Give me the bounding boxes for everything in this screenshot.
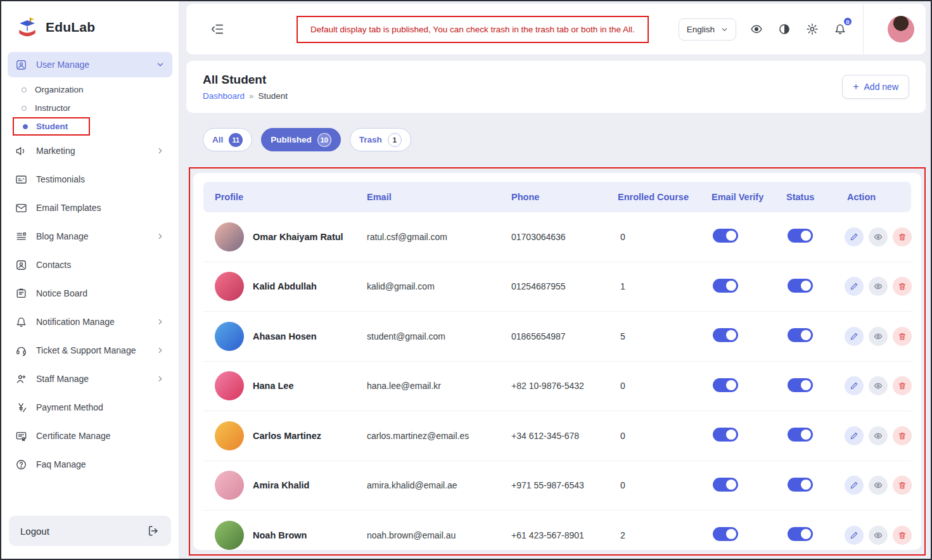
email-verify-toggle[interactable] [713, 328, 738, 342]
tab-label: All [212, 135, 223, 144]
email-verify-toggle[interactable] [713, 378, 738, 392]
delete-button[interactable] [893, 426, 912, 445]
sidebar-item-certificate-manage[interactable]: Certificate Manage [8, 423, 172, 449]
table-header-row: Profile Email Phone Enrolled Course Emai… [203, 182, 911, 212]
status-toggle[interactable] [788, 428, 813, 442]
view-button[interactable] [869, 277, 888, 296]
edit-button[interactable] [845, 426, 864, 445]
email-verify-cell [700, 378, 775, 394]
delete-button[interactable] [893, 277, 912, 296]
sidebar-item-marketing[interactable]: Marketing [8, 138, 172, 163]
view-button[interactable] [869, 327, 888, 346]
status-toggle[interactable] [788, 328, 813, 342]
logout-button[interactable]: Logout [9, 516, 171, 546]
view-button[interactable] [869, 476, 888, 495]
view-button[interactable] [869, 426, 888, 445]
user-avatar[interactable] [888, 16, 914, 42]
gear-icon [806, 23, 819, 35]
view-button[interactable] [869, 227, 888, 246]
profile-cell: Ahasan Hosen [203, 322, 355, 351]
visibility-button[interactable] [749, 22, 764, 37]
sidebar-item-label: Organization [35, 85, 84, 94]
chevron-down-icon [721, 26, 728, 33]
edit-button[interactable] [845, 526, 864, 545]
sidebar-item-email-templates[interactable]: Email Templates [8, 195, 172, 220]
theme-toggle-button[interactable] [777, 22, 792, 37]
tab-trash[interactable]: Trash 1 [350, 128, 411, 151]
sidebar-collapse-icon[interactable] [210, 22, 224, 36]
sidebar-item-notification-manage[interactable]: Notification Manage [8, 309, 172, 334]
sidebar-item-label: Blog Manage [36, 231, 89, 241]
sidebar-item-label: Certificate Manage [36, 431, 111, 441]
edit-button[interactable] [845, 476, 864, 495]
sidebar-item-contacts[interactable]: Contacts [8, 252, 172, 277]
user-manage-icon [15, 59, 27, 71]
sidebar-item-testimonials[interactable]: Testimonials [8, 167, 172, 192]
sidebar-item-student[interactable]: Student [13, 117, 90, 136]
chevron-right-icon [156, 346, 165, 355]
view-button[interactable] [869, 376, 888, 395]
toggle-knob [801, 430, 811, 440]
sidebar-item-label: Student [36, 122, 68, 131]
sidebar-item-organization[interactable]: Organization [8, 80, 172, 99]
status-toggle[interactable] [788, 279, 813, 293]
student-name: Carlos Martinez [253, 431, 321, 441]
sidebar-item-label: Instructor [35, 103, 70, 113]
email-verify-toggle[interactable] [713, 428, 738, 442]
toggle-knob [801, 281, 811, 291]
edit-button[interactable] [845, 277, 864, 296]
breadcrumb-separator: » [249, 91, 254, 101]
sidebar-item-payment-method[interactable]: Payment Method [8, 395, 172, 420]
pencil-icon [850, 282, 859, 291]
edit-button[interactable] [845, 376, 864, 395]
sidebar-item-notice-board[interactable]: Notice Board [8, 281, 172, 306]
edit-button[interactable] [845, 327, 864, 346]
status-toggle[interactable] [788, 229, 813, 243]
tab-label: Published [271, 135, 312, 144]
delete-button[interactable] [893, 526, 912, 545]
sidebar-item-ticket-support-manage[interactable]: Ticket & Support Manage [8, 338, 172, 363]
student-avatar [215, 521, 244, 550]
add-new-button[interactable]: Add new [842, 75, 909, 99]
settings-button[interactable] [805, 22, 820, 37]
status-toggle[interactable] [788, 478, 813, 492]
col-header-email-verify: Email Verify [700, 192, 775, 202]
language-select[interactable]: English [679, 18, 736, 41]
pencil-icon [850, 332, 859, 341]
email-verify-toggle[interactable] [713, 229, 738, 243]
email-verify-toggle[interactable] [713, 279, 738, 293]
sidebar-item-faq-manage[interactable]: Faq Manage [8, 452, 172, 477]
delete-button[interactable] [893, 376, 912, 395]
sidebar-item-staff-manage[interactable]: Staff Manage [8, 366, 172, 391]
chevron-down-icon [156, 60, 165, 69]
sidebar-item-user-manage[interactable]: User Manage [8, 52, 172, 77]
sidebar-item-instructor[interactable]: Instructor [8, 99, 172, 117]
delete-button[interactable] [893, 327, 912, 346]
delete-button[interactable] [893, 227, 912, 246]
view-button[interactable] [869, 526, 888, 545]
sidebar-item-blog-manage[interactable]: Blog Manage [8, 224, 172, 249]
app-window: EduLab User Manage Organization Instruct… [0, 0, 932, 560]
student-name: Ahasan Hosen [253, 331, 317, 341]
breadcrumb-dashboard-link[interactable]: Dashboard [203, 91, 245, 101]
enrolled-course-count: 1 [606, 281, 700, 291]
email-verify-cell [700, 527, 775, 543]
tab-all[interactable]: All 11 [203, 128, 252, 151]
pencil-icon [850, 232, 859, 241]
sidebar-item-label: Faq Manage [36, 459, 86, 469]
email-verify-toggle[interactable] [713, 527, 738, 541]
table-row: Hana Lee hana.lee@email.kr +82 10-9876-5… [203, 362, 911, 412]
student-avatar [215, 471, 244, 500]
action-cell [836, 277, 912, 296]
tab-published[interactable]: Published 10 [261, 128, 341, 151]
notice-board-icon [15, 288, 27, 300]
status-toggle[interactable] [788, 527, 813, 541]
user-manage-submenu: Organization Instructor Student [8, 80, 172, 138]
notifications-button[interactable]: 0 [833, 22, 848, 37]
status-toggle[interactable] [788, 378, 813, 392]
sidebar-item-label: Contacts [36, 260, 71, 270]
email-verify-toggle[interactable] [713, 478, 738, 492]
delete-button[interactable] [893, 476, 912, 495]
col-header-action: Action [836, 192, 911, 202]
edit-button[interactable] [845, 227, 864, 246]
